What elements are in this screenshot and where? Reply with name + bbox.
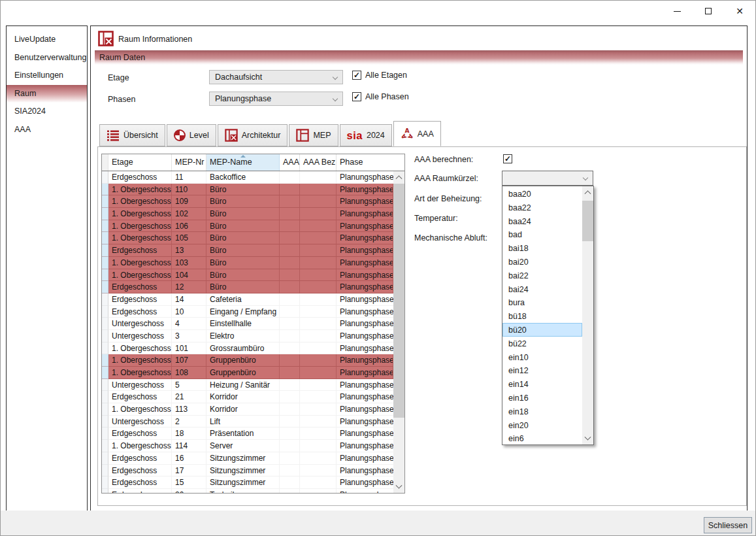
column-header-mep-nr[interactable]: MEP-Nr bbox=[172, 154, 206, 171]
table-row[interactable]: Untergeschoss2LiftPlanungsphase bbox=[102, 416, 393, 428]
cell-mep-nr[interactable]: 16 bbox=[172, 452, 206, 465]
row-selector[interactable] bbox=[102, 477, 108, 489]
cell-etage[interactable]: Erdgeschoss bbox=[108, 171, 172, 184]
tab-level[interactable]: Level bbox=[167, 124, 216, 146]
cell-aaa-bez[interactable] bbox=[300, 281, 337, 293]
cell-mep-nr[interactable]: 13 bbox=[172, 244, 206, 257]
cell-aaa[interactable] bbox=[280, 452, 300, 465]
cell-phase[interactable]: Planungsphase bbox=[337, 367, 393, 379]
table-vertical-scrollbar[interactable] bbox=[393, 171, 404, 493]
cell-phase[interactable]: Planungsphase bbox=[337, 379, 393, 392]
cell-aaa-bez[interactable] bbox=[300, 403, 337, 416]
cell-aaa[interactable] bbox=[280, 171, 300, 184]
table-row[interactable]: 1. Obergeschoss113KorridorPlanungsphase bbox=[102, 403, 393, 416]
scroll-up-icon[interactable] bbox=[582, 186, 593, 197]
dropdown-option[interactable]: bai20 bbox=[502, 255, 582, 269]
cell-aaa[interactable] bbox=[280, 465, 300, 477]
cell-etage[interactable]: 1. Obergeschoss bbox=[108, 208, 172, 220]
row-selector[interactable] bbox=[102, 244, 108, 257]
tab-uebersicht[interactable]: Übersicht bbox=[99, 124, 165, 146]
dropdown-option[interactable]: bü18 bbox=[502, 309, 582, 323]
cell-mep-nr[interactable]: 17 bbox=[172, 465, 206, 477]
cell-aaa-bez[interactable] bbox=[300, 306, 337, 318]
table-row[interactable]: Erdgeschoss21KorridorPlanungsphase bbox=[102, 391, 393, 403]
cell-mep-name[interactable]: Büro bbox=[206, 220, 280, 233]
cell-mep-name[interactable]: Sitzungszimmer bbox=[206, 452, 280, 465]
cell-mep-nr[interactable]: 11 bbox=[172, 171, 206, 184]
row-selector[interactable] bbox=[102, 367, 108, 379]
table-row[interactable]: Erdgeschoss12BüroPlanungsphase bbox=[102, 281, 393, 293]
cell-mep-name[interactable]: Büro bbox=[206, 269, 280, 282]
cell-phase[interactable]: Planungsphase bbox=[337, 208, 393, 220]
cell-aaa-bez[interactable] bbox=[300, 257, 337, 269]
cell-aaa[interactable] bbox=[280, 269, 300, 282]
cell-mep-nr[interactable]: 114 bbox=[172, 440, 206, 452]
cell-mep-name[interactable]: Büro bbox=[206, 244, 280, 257]
table-row[interactable]: Erdgeschoss18PräsentationPlanungsphase bbox=[102, 427, 393, 440]
cell-aaa-bez[interactable] bbox=[300, 269, 337, 282]
cell-etage[interactable]: Erdgeschoss bbox=[108, 244, 172, 257]
cell-phase[interactable]: Planungsphase bbox=[337, 257, 393, 269]
cell-aaa[interactable] bbox=[280, 281, 300, 293]
cell-phase[interactable]: Planungsphase bbox=[337, 220, 393, 233]
cell-mep-nr[interactable]: 103 bbox=[172, 257, 206, 269]
table-row[interactable]: Erdgeschoss11BackofficePlanungsphase bbox=[102, 171, 393, 184]
cell-mep-name[interactable]: Server bbox=[206, 440, 280, 452]
dropdown-option[interactable]: ein12 bbox=[502, 363, 582, 377]
sidebar-item-einstellungen[interactable]: Einstellungen bbox=[7, 67, 87, 85]
cell-mep-nr[interactable]: 109 bbox=[172, 195, 206, 208]
cell-mep-nr[interactable]: 102 bbox=[172, 208, 206, 220]
sidebar-item-liveupdate[interactable]: LiveUpdate bbox=[7, 31, 87, 49]
cell-mep-nr[interactable]: 2 bbox=[172, 416, 206, 428]
cell-etage[interactable]: Untergeschoss bbox=[108, 416, 172, 428]
cell-aaa[interactable] bbox=[280, 330, 300, 343]
cell-phase[interactable]: Planungsphase bbox=[337, 391, 393, 403]
cell-phase[interactable]: Planungsphase bbox=[337, 232, 393, 244]
cell-etage[interactable]: 1. Obergeschoss bbox=[108, 269, 172, 282]
cell-mep-nr[interactable]: 113 bbox=[172, 403, 206, 416]
row-selector[interactable] bbox=[102, 171, 108, 184]
dropdown-option[interactable]: bad bbox=[502, 227, 582, 241]
cell-mep-name[interactable]: Backoffice bbox=[206, 171, 280, 184]
table-row[interactable]: Untergeschoss4EinstellhallePlanungsphase bbox=[102, 318, 393, 330]
column-header-phase[interactable]: Phase bbox=[337, 154, 404, 171]
cell-etage[interactable]: Erdgeschoss bbox=[108, 489, 172, 493]
cell-aaa[interactable] bbox=[280, 416, 300, 428]
cell-mep-name[interactable]: Korridor bbox=[206, 403, 280, 416]
cell-etage[interactable]: Erdgeschoss bbox=[108, 293, 172, 306]
cell-phase[interactable]: Planungsphase bbox=[337, 184, 393, 196]
table-row[interactable]: 1. Obergeschoss109BüroPlanungsphase bbox=[102, 195, 393, 208]
cell-aaa-bez[interactable] bbox=[300, 318, 337, 330]
cell-aaa[interactable] bbox=[280, 318, 300, 330]
aaa-raumkuerzel-select[interactable] bbox=[502, 171, 593, 186]
scroll-down-icon[interactable] bbox=[393, 482, 404, 493]
cell-phase[interactable]: Planungsphase bbox=[337, 403, 393, 416]
cell-mep-name[interactable]: Büro bbox=[206, 232, 280, 244]
cell-etage[interactable]: Erdgeschoss bbox=[108, 306, 172, 318]
row-selector[interactable] bbox=[102, 330, 108, 343]
dropdown-scrollbar[interactable] bbox=[582, 186, 593, 444]
row-selector[interactable] bbox=[102, 208, 108, 220]
table-row[interactable]: Erdgeschoss13BüroPlanungsphase bbox=[102, 244, 393, 257]
table-row[interactable]: Erdgeschoss20TechnikPlanungsphase bbox=[102, 489, 393, 493]
dropdown-option[interactable]: ein6 bbox=[502, 431, 582, 444]
column-header-etage[interactable]: Etage bbox=[108, 154, 172, 171]
cell-phase[interactable]: Planungsphase bbox=[337, 354, 393, 367]
cell-phase[interactable]: Planungsphase bbox=[337, 465, 393, 477]
cell-etage[interactable]: 1. Obergeschoss bbox=[108, 257, 172, 269]
dropdown-option[interactable]: ein14 bbox=[502, 377, 582, 391]
cell-phase[interactable]: Planungsphase bbox=[337, 171, 393, 184]
cell-phase[interactable]: Planungsphase bbox=[337, 269, 393, 282]
cell-mep-nr[interactable]: 106 bbox=[172, 220, 206, 233]
etage-select[interactable]: Dachaufsicht bbox=[209, 70, 343, 84]
alle-phasen-checkbox[interactable]: ✓ bbox=[352, 92, 361, 101]
row-selector[interactable] bbox=[102, 293, 108, 306]
cell-aaa-bez[interactable] bbox=[300, 465, 337, 477]
row-selector[interactable] bbox=[102, 489, 108, 493]
cell-mep-name[interactable]: Einstellhalle bbox=[206, 318, 280, 330]
scroll-up-icon[interactable] bbox=[393, 171, 404, 182]
cell-phase[interactable]: Planungsphase bbox=[337, 281, 393, 293]
row-selector[interactable] bbox=[102, 452, 108, 465]
cell-mep-nr[interactable]: 105 bbox=[172, 232, 206, 244]
table-row[interactable]: Erdgeschoss16SitzungszimmerPlanungsphase bbox=[102, 452, 393, 465]
